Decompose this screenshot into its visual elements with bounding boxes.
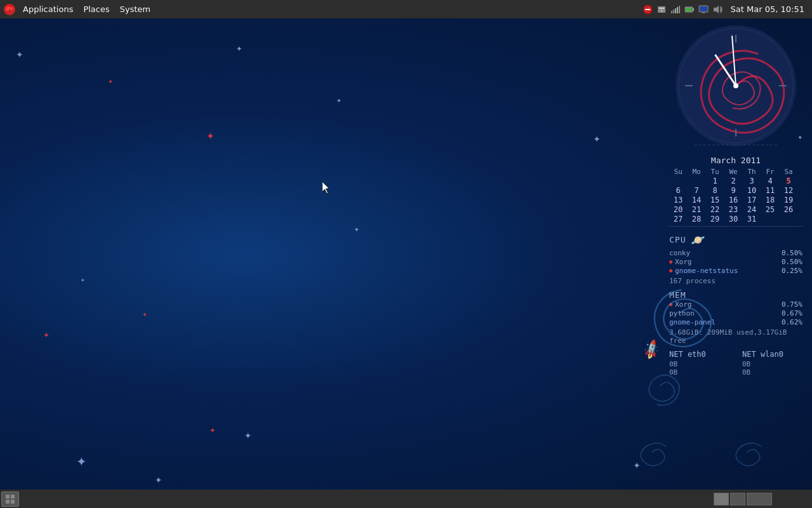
svg-point-3 xyxy=(6,5,8,7)
cpu-netstatus-dot xyxy=(669,269,672,272)
star-4: ✦ xyxy=(336,98,341,104)
cal-day-31: 31 xyxy=(743,215,761,224)
tray-display-icon[interactable] xyxy=(697,0,710,18)
cal-empty: . xyxy=(669,177,687,185)
net-wlan0-title: NET wlan0 xyxy=(742,350,802,359)
cal-day-29: 29 xyxy=(706,215,724,224)
cal-day-15: 15 xyxy=(706,196,724,204)
taskbar-show-desktop[interactable] xyxy=(1,491,19,507)
cal-day-2: 2 xyxy=(724,177,742,185)
cal-day-8: 8 xyxy=(706,186,724,195)
net-section: NET eth0 0B 0B NET wlan0 0B 0B xyxy=(666,350,806,377)
svg-rect-13 xyxy=(675,8,676,13)
svg-rect-12 xyxy=(673,10,674,13)
svg-rect-11 xyxy=(671,11,672,13)
cal-day-14: 14 xyxy=(688,196,705,204)
panel-right: Sat Mar 05, 10:51 xyxy=(641,0,812,18)
star-0: ✦ xyxy=(16,50,23,59)
svg-rect-36 xyxy=(6,500,10,504)
star-10: ✦ xyxy=(43,331,49,339)
tray-battery-icon[interactable] xyxy=(683,0,697,18)
cal-day-23: 23 xyxy=(724,205,742,214)
cal-day-12: 12 xyxy=(780,186,797,195)
cal-day-20: 20 xyxy=(669,205,687,214)
net-wlan0-col: NET wlan0 0B 0B xyxy=(742,350,802,377)
cpu-xorg-dot xyxy=(669,260,672,264)
star-2: ✦ xyxy=(236,45,242,53)
panel-clock[interactable]: Sat Mar 05, 10:51 xyxy=(726,0,809,18)
cal-day-7: 7 xyxy=(688,186,705,195)
star-11: ✦ xyxy=(155,476,162,485)
star-14: ✦ xyxy=(244,431,252,440)
calendar-title: March 2011 xyxy=(669,156,802,165)
cal-header-we: We xyxy=(724,168,742,176)
cal-day-25: 25 xyxy=(761,205,779,214)
cal-day-11: 11 xyxy=(761,186,779,195)
cpu-row-netstatus: gnome-netstatus 0.25% xyxy=(669,267,802,275)
mem-proc-pct-0: 0.75% xyxy=(782,300,802,309)
cpu-title: CPU xyxy=(669,235,686,244)
cpu-proc-name-1: Xorg xyxy=(675,258,692,266)
net-wlan0-down: 0B xyxy=(742,368,802,377)
planet-icon: 🪐 xyxy=(691,233,705,246)
cal-day-19: 19 xyxy=(780,196,797,204)
calendar-grid: Su Mo Tu We Th Fr Sa . . 1 2 3 4 5 6 7 8… xyxy=(669,168,802,224)
cpu-header: CPU 🪐 xyxy=(669,233,802,246)
cal-day-6: 6 xyxy=(669,186,687,195)
gnome-foot-icon xyxy=(3,3,16,17)
cpu-proc-pct-0: 0.50% xyxy=(782,249,802,257)
star-6: ✦ xyxy=(593,135,601,144)
mem-spiral-decoration xyxy=(634,361,685,411)
workspace-btn-3[interactable] xyxy=(747,493,772,505)
places-menu[interactable]: Places xyxy=(78,0,114,18)
tray-volume-icon[interactable] xyxy=(710,0,726,18)
bottom-panel xyxy=(0,490,812,508)
cal-day-3: 3 xyxy=(743,177,761,185)
svg-point-31 xyxy=(733,83,738,88)
cal-day-27: 27 xyxy=(669,215,687,224)
workspace-btn-1[interactable] xyxy=(714,493,729,505)
tray-drive-icon[interactable] xyxy=(655,0,669,18)
cpu-row-conky: conky 0.50% xyxy=(669,249,802,257)
cal-header-su: Su xyxy=(669,168,687,176)
cal-day-16: 16 xyxy=(724,196,742,204)
tray-network-icon[interactable] xyxy=(669,0,683,18)
workspace-btn-2[interactable] xyxy=(730,493,745,505)
cal-empty: . xyxy=(761,215,779,224)
svg-rect-18 xyxy=(686,8,691,11)
cal-header-th: Th xyxy=(743,168,761,176)
net-eth0-spiral xyxy=(628,429,676,476)
cal-day-28: 28 xyxy=(688,215,705,224)
cal-divider xyxy=(669,226,802,227)
system-menu[interactable]: System xyxy=(115,0,155,18)
cal-day-17: 17 xyxy=(743,196,761,204)
net-eth0-title: NET eth0 xyxy=(669,350,730,359)
clock-section xyxy=(672,22,799,149)
workspace-switcher xyxy=(713,490,773,508)
applications-menu[interactable]: Applications xyxy=(18,0,78,18)
cal-header-sa: Sa xyxy=(780,168,797,176)
star-1: ✦ xyxy=(108,79,113,85)
svg-rect-34 xyxy=(6,495,10,498)
net-wlan0-spiral xyxy=(723,429,771,476)
calendar-section: March 2011 Su Mo Tu We Th Fr Sa . . 1 2 … xyxy=(666,156,806,227)
cal-header-tu: Tu xyxy=(706,168,724,176)
top-panel: Applications Places System xyxy=(0,0,812,18)
svg-rect-21 xyxy=(702,12,705,13)
cal-day-21: 21 xyxy=(688,205,705,214)
cal-day-1: 1 xyxy=(706,177,724,185)
mem-proc-pct-2: 0.62% xyxy=(782,318,802,326)
cal-header-fr: Fr xyxy=(761,168,779,176)
show-desktop-icon xyxy=(6,495,15,504)
svg-rect-35 xyxy=(11,495,15,498)
star-8: ✦ xyxy=(81,278,85,283)
tray-remove-icon[interactable] xyxy=(641,0,655,18)
star-13: ✦ xyxy=(209,427,216,434)
star-12: ✦ xyxy=(76,455,87,468)
cal-empty: . xyxy=(780,215,797,224)
cal-day-10: 10 xyxy=(743,186,761,195)
panel-left: Applications Places System xyxy=(0,0,155,18)
cpu-section: CPU 🪐 conky 0.50% Xorg 0.50% gnome-netst… xyxy=(666,233,806,285)
cpu-row-xorg: Xorg 0.50% xyxy=(669,258,802,266)
cal-day-5-today: 5 xyxy=(780,177,797,185)
